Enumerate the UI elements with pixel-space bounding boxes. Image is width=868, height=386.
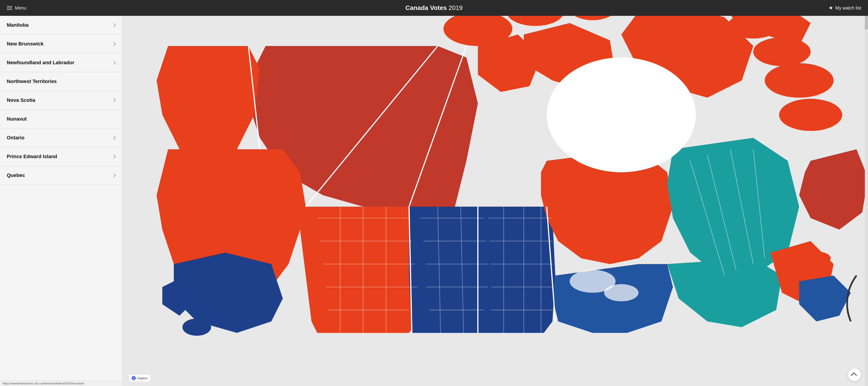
svg-marker-21 bbox=[475, 207, 555, 333]
svg-point-28 bbox=[802, 251, 831, 265]
title-bold: Canada Votes bbox=[405, 4, 447, 11]
chevron-right-icon bbox=[112, 98, 116, 102]
chevron-right-icon bbox=[112, 61, 116, 65]
title-light: 2019 bbox=[448, 4, 463, 11]
sidebar-item-label: New Brunswick bbox=[7, 41, 44, 47]
sidebar-item-label: Northwest Territories bbox=[7, 79, 57, 84]
sidebar-item-nova-scotia[interactable]: Nova Scotia bbox=[0, 91, 122, 110]
scrollbar-track[interactable] bbox=[865, 16, 868, 386]
menu-button[interactable]: Menu bbox=[7, 5, 26, 11]
watchlist-button[interactable]: ★ My watch list bbox=[829, 5, 861, 11]
svg-point-30 bbox=[547, 57, 696, 172]
mapbox-label: mapbox bbox=[137, 377, 148, 380]
svg-point-8 bbox=[753, 37, 811, 66]
sidebar-item-label: Manitoba bbox=[7, 22, 29, 28]
svg-point-6 bbox=[664, 19, 727, 51]
menu-label: Menu bbox=[15, 5, 26, 11]
status-bar: https://newsinteractives.cbc.ca/election… bbox=[0, 381, 122, 386]
svg-marker-15 bbox=[300, 207, 421, 333]
scrollbar-thumb[interactable] bbox=[865, 16, 868, 29]
map-attribution: ● mapbox bbox=[129, 375, 150, 382]
sidebar-item-label: Newfoundland and Labrador bbox=[7, 60, 74, 66]
svg-point-10 bbox=[779, 99, 842, 131]
site-title: Canada Votes 2019 bbox=[405, 4, 463, 11]
star-icon: ★ bbox=[829, 5, 833, 11]
mapbox-logo-icon: ● bbox=[132, 376, 136, 380]
sidebar-item-quebec[interactable]: Quebec bbox=[0, 166, 122, 185]
chevron-right-icon bbox=[112, 174, 116, 177]
sidebar-item-manitoba[interactable]: Manitoba bbox=[0, 16, 122, 35]
sidebar-item-newfoundland[interactable]: Newfoundland and Labrador bbox=[0, 53, 122, 72]
svg-point-9 bbox=[765, 63, 833, 97]
canada-map bbox=[122, 16, 868, 386]
map-container[interactable]: ● mapbox bbox=[122, 16, 868, 386]
hamburger-icon bbox=[7, 6, 12, 10]
chevron-right-icon bbox=[112, 23, 116, 27]
svg-point-19 bbox=[182, 319, 211, 336]
main-container: Manitoba New Brunswick Newfoundland and … bbox=[0, 16, 868, 386]
chevron-right-icon bbox=[112, 136, 116, 140]
sidebar-item-label: Nunavut bbox=[7, 116, 27, 122]
sidebar-item-pei[interactable]: Prince Edward Island bbox=[0, 147, 122, 166]
watchlist-label: My watch list bbox=[835, 5, 861, 11]
sidebar: Manitoba New Brunswick Newfoundland and … bbox=[0, 16, 122, 386]
sidebar-item-label: Quebec bbox=[7, 172, 25, 178]
sidebar-item-northwest-territories[interactable]: Northwest Territories bbox=[0, 72, 122, 91]
scroll-to-top-button[interactable] bbox=[848, 368, 861, 382]
header: Menu Canada Votes 2019 ★ My watch list bbox=[0, 0, 868, 16]
sidebar-item-nunavut[interactable]: Nunavut bbox=[0, 110, 122, 128]
sidebar-item-label: Ontario bbox=[7, 135, 25, 141]
svg-point-32 bbox=[604, 284, 639, 301]
chevron-right-icon bbox=[112, 42, 116, 46]
sidebar-item-label: Prince Edward Island bbox=[7, 154, 57, 159]
sidebar-item-label: Nova Scotia bbox=[7, 97, 35, 103]
chevron-right-icon bbox=[112, 155, 116, 158]
sidebar-item-new-brunswick[interactable]: New Brunswick bbox=[0, 35, 122, 53]
url-text: https://newsinteractives.cbc.ca/election… bbox=[3, 382, 84, 385]
sidebar-item-ontario[interactable]: Ontario bbox=[0, 128, 122, 147]
